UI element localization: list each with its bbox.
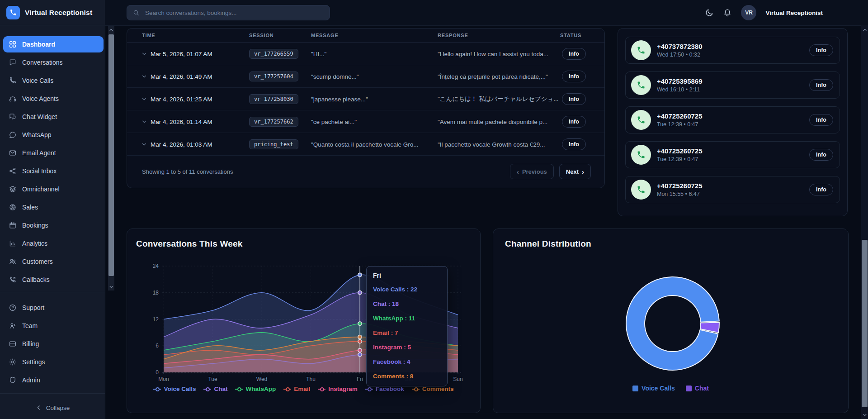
chevron-up-icon[interactable] [108,27,114,33]
page-scrollbar[interactable] [861,25,868,419]
sidebar-item-dashboard[interactable]: Dashboard [3,36,104,52]
settings-icon [9,358,17,366]
legend-item-chat[interactable]: Chat [686,385,709,392]
call-info-button[interactable]: Info [809,184,833,195]
table-row[interactable]: Mar 4, 2026, 01:49 AMvr_177257604"scump … [127,65,604,88]
donut-legend: Voice CallsChat [493,385,848,392]
search-box[interactable] [127,5,330,20]
call-list-item[interactable]: +40725260725Tue 12:39 • 0:47Info [625,141,840,168]
call-number: +40725260725 [657,182,809,190]
sidebar-item-admin[interactable]: Admin [3,372,104,388]
sidebar-item-label: Callbacks [22,276,50,283]
call-list-item[interactable]: +40725260725Mon 15:55 • 6:47Info [625,176,840,203]
row-expand-chevron-icon[interactable] [141,73,147,80]
call-list-item[interactable]: +40725395869Wed 16:10 • 2:11Info [625,71,840,99]
collapse-sidebar-button[interactable]: Collapse [0,400,105,415]
bell-icon [723,8,732,17]
legend-item-chat[interactable]: Chat [203,386,227,392]
page-scrollbar-thumb[interactable] [862,240,868,407]
sidebar-divider [0,292,105,292]
column-header-status: STATUS [560,33,581,38]
email-icon [9,149,17,157]
chevron-up-icon[interactable] [861,27,868,33]
dark-mode-toggle[interactable] [705,8,714,17]
sidebar-item-voice-calls[interactable]: Voice Calls [3,72,104,89]
call-info-button[interactable]: Info [809,149,833,161]
legend-swatch [632,386,638,391]
phone-call-icon [631,40,651,60]
svg-text:Thu: Thu [306,376,316,382]
legend-item-voice-calls[interactable]: Voice Calls [153,386,196,392]
info-button[interactable]: Info [562,138,586,150]
sidebar-item-settings[interactable]: Settings [3,354,104,370]
sidebar-item-voice-agents[interactable]: Voice Agents [3,90,104,107]
avatar[interactable]: VR [741,5,756,20]
sidebar-item-support[interactable]: Support [3,300,104,316]
sidebar-scrollbar-thumb[interactable] [108,34,114,276]
table-row[interactable]: Mar 5, 2026, 01:07 AMvr_177266559"HI..."… [127,43,604,65]
sidebar-item-customers[interactable]: Customers [3,253,104,270]
sidebar-item-bookings[interactable]: Bookings [3,217,104,233]
call-info-button[interactable]: Info [809,114,833,126]
call-number: +40737872380 [657,43,809,50]
table-row[interactable]: Mar 4, 2026, 01:25 AMvr_177258030"japane… [127,88,604,110]
sidebar-item-conversations[interactable]: Conversations [3,54,104,71]
chevron-down-icon[interactable] [108,284,114,290]
chevron-down-icon[interactable] [861,412,868,418]
sidebar-scrollbar[interactable] [108,26,114,290]
legend-item-facebook[interactable]: Facebook [365,386,404,392]
svg-text:Fri: Fri [357,376,363,382]
row-session-badge: vr_177266559 [249,49,298,59]
row-expand-chevron-icon[interactable] [141,141,147,148]
table-row[interactable]: Mar 4, 2026, 01:03 AMpricing_test"Quanto… [127,133,604,156]
sidebar-item-team[interactable]: Team [3,318,104,334]
legend-item-instagram[interactable]: Instagram [318,386,358,392]
svg-text:Tue: Tue [208,376,217,382]
legend-item-whatsapp[interactable]: WhatsApp [235,386,276,392]
pagination-summary: Showing 1 to 5 of 11 conversations [142,168,510,175]
legend-item-email[interactable]: Email [283,386,310,392]
previous-page-button[interactable]: ‹Previous [510,164,554,179]
sales-icon [9,203,17,211]
call-info-button[interactable]: Info [809,79,833,91]
chevron-right-icon: › [582,168,584,175]
tooltip-entry: Voice Calls : 22 [373,285,441,294]
next-page-button[interactable]: Next› [559,164,591,179]
call-info-button[interactable]: Info [809,44,833,56]
call-meta: Wed 16:10 • 2:11 [657,86,809,93]
sidebar-item-whatsapp[interactable]: WhatsApp [3,127,104,143]
info-button[interactable]: Info [562,71,586,82]
row-response: "Hello again! How can I assist you toda.… [438,50,548,57]
sidebar-item-analytics[interactable]: Analytics [3,235,104,252]
tooltip-entry: Email : 7 [373,329,441,337]
sidebar-item-chat-widget[interactable]: Chat Widget [3,109,104,125]
row-session-badge: vr_177257604 [249,71,298,81]
team-icon [9,322,17,330]
info-button[interactable]: Info [562,48,586,60]
sidebar-item-email-agent[interactable]: Email Agent [3,145,104,161]
notifications-button[interactable] [723,8,732,17]
sidebar-item-callbacks[interactable]: Callbacks [3,271,104,288]
sidebar-item-omnichannel[interactable]: Omnichannel [3,181,104,197]
legend-item-comments[interactable]: Comments [412,386,454,392]
svg-text:12: 12 [153,316,159,323]
sidebar-item-billing[interactable]: Billing [3,336,104,352]
search-input[interactable] [144,9,324,17]
legend-item-voice-calls[interactable]: Voice Calls [632,385,675,392]
call-number: +40725395869 [657,77,809,85]
call-list-item[interactable]: +40737872380Wed 17:50 • 0:32Info [625,37,840,64]
row-expand-chevron-icon[interactable] [141,96,147,102]
phone-call-icon [631,180,651,200]
sidebar-item-sales[interactable]: Sales [3,199,104,215]
sidebar-item-social-inbox[interactable]: Social Inbox [3,163,104,179]
brand: Virtual Receptionist [0,0,105,25]
row-time: Mar 4, 2026, 01:25 AM [151,95,212,102]
info-button[interactable]: Info [562,93,586,105]
call-list-item[interactable]: +40725260725Tue 12:39 • 0:47Info [625,106,840,133]
analytics-icon [9,239,17,248]
row-session-badge: pricing_test [249,139,298,149]
row-expand-chevron-icon[interactable] [141,119,147,125]
table-row[interactable]: Mar 4, 2026, 01:14 AMvr_177257662"ce pac… [127,110,604,133]
info-button[interactable]: Info [562,116,586,128]
row-expand-chevron-icon[interactable] [141,51,147,57]
